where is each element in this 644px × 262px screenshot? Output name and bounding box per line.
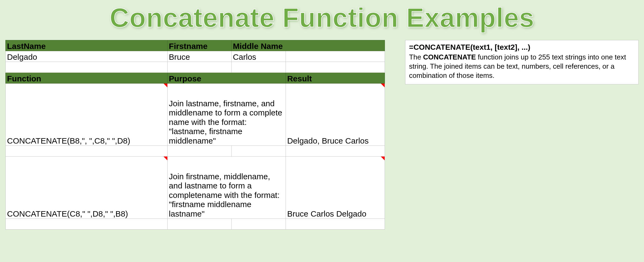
cell-empty[interactable] [286, 51, 385, 62]
cell-function-2[interactable]: CONCATENATE(C8," ",D8," ",B8) [6, 157, 168, 219]
cell-empty[interactable] [286, 146, 385, 157]
cell-empty[interactable] [167, 219, 231, 230]
cell-function-1[interactable]: CONCATENATE(B8,", ",C8," ",D8) [6, 84, 168, 146]
info-desc-bold: CONCATENATE [423, 53, 476, 61]
cell-empty[interactable] [167, 146, 231, 157]
comment-indicator-icon[interactable] [164, 84, 167, 87]
header-result: Result [286, 73, 385, 84]
cell-empty[interactable] [231, 146, 286, 157]
table-spacer-row [6, 146, 385, 157]
cell-empty[interactable] [6, 62, 168, 73]
table-header-names: LastName Firstname Middle Name [6, 40, 385, 51]
func-text: CONCATENATE(C8," ",D8," ",B8) [7, 209, 128, 218]
cell-purpose-1[interactable]: Join lastname, firstname, and middlename… [167, 84, 286, 146]
info-desc-pre: The [409, 53, 423, 61]
func-text: CONCATENATE(B8,", ",C8," ",D8) [7, 136, 130, 145]
cell-result-1[interactable]: Delgado, Bruce Carlos [286, 84, 385, 146]
table-spacer-row [6, 219, 385, 230]
table-example-row-1: CONCATENATE(B8,", ",C8," ",D8) Join last… [6, 84, 385, 146]
result-text: Bruce Carlos Delgado [287, 209, 366, 218]
header-lastname: LastName [6, 40, 168, 51]
cell-empty[interactable] [286, 62, 385, 73]
table-spacer-row [6, 62, 385, 73]
comment-indicator-icon[interactable] [381, 84, 385, 87]
comment-indicator-icon[interactable] [164, 157, 167, 160]
comment-indicator-icon[interactable] [381, 157, 385, 160]
table-example-row-2: CONCATENATE(C8," ",D8," ",B8) Join first… [6, 157, 385, 219]
cell-middlename[interactable]: Carlos [231, 51, 286, 62]
cell-empty[interactable] [6, 146, 168, 157]
cell-empty[interactable] [231, 62, 286, 73]
result-text: Delgado, Bruce Carlos [287, 136, 369, 145]
cell-purpose-2[interactable]: Join firstname, middlename, and lastname… [167, 157, 286, 219]
table-data-names: Delgado Bruce Carlos [6, 51, 385, 62]
cell-empty[interactable] [286, 219, 385, 230]
cell-firstname[interactable]: Bruce [167, 51, 231, 62]
header-middlename: Middle Name [231, 40, 385, 51]
examples-table: LastName Firstname Middle Name Delgado B… [5, 40, 385, 230]
page-title: Concatenate Function Examples [0, 0, 644, 40]
info-syntax: =CONCATENATE(text1, [text2], ...) [409, 42, 635, 52]
header-purpose: Purpose [167, 73, 286, 84]
cell-empty[interactable] [167, 62, 231, 73]
info-box: =CONCATENATE(text1, [text2], ...) The CO… [405, 40, 639, 84]
content-area: LastName Firstname Middle Name Delgado B… [0, 40, 644, 230]
header-firstname: Firstname [167, 40, 231, 51]
cell-result-2[interactable]: Bruce Carlos Delgado [286, 157, 385, 219]
table-header-func: Function Purpose Result [6, 73, 385, 84]
cell-lastname[interactable]: Delgado [6, 51, 168, 62]
cell-empty[interactable] [6, 219, 168, 230]
info-description: The CONCATENATE function joins up to 255… [409, 53, 635, 80]
cell-empty[interactable] [231, 219, 286, 230]
header-function: Function [6, 73, 168, 84]
